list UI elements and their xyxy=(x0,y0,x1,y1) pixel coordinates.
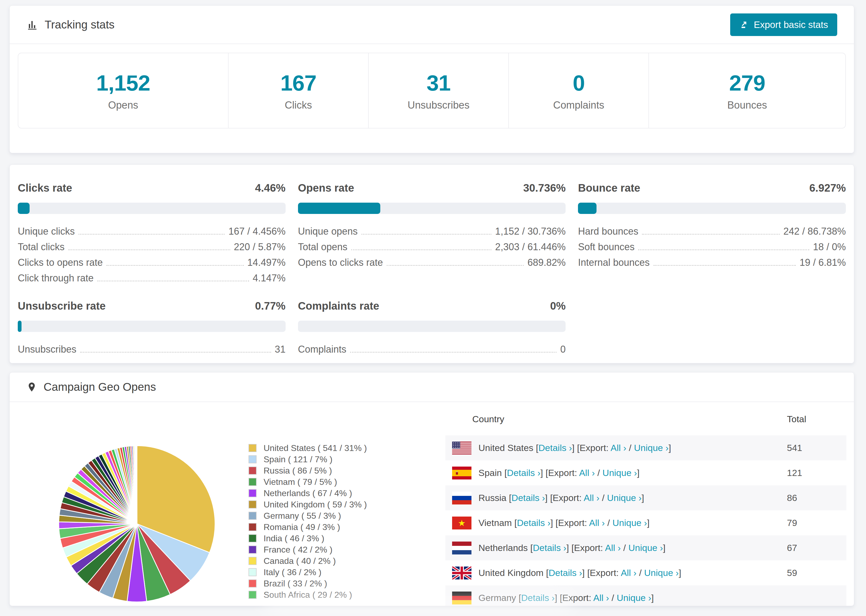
legend-color-swatch xyxy=(249,512,257,520)
legend-label: Germany ( 55 / 3% ) xyxy=(264,511,341,521)
legend-color-swatch xyxy=(249,444,257,452)
tracking-stats-title: Tracking stats xyxy=(26,18,115,31)
progress-fill xyxy=(18,203,30,214)
dotted-leader xyxy=(107,265,243,266)
rate-row-label: Opens to clicks rate xyxy=(298,257,383,268)
legend-color-swatch xyxy=(249,467,257,475)
stats-summary-strip: 1,152Opens167Clicks31Unsubscribes0Compla… xyxy=(18,53,846,129)
rate-rows: Unique clicks167 / 4.456%Total clicks220… xyxy=(18,222,286,284)
export-all-link[interactable]: All › xyxy=(621,567,636,578)
legend-label: South Africa ( 29 / 2% ) xyxy=(264,590,352,600)
rate-value: 4.46% xyxy=(255,182,285,194)
details-link[interactable]: Details › xyxy=(507,468,540,478)
dotted-leader xyxy=(350,352,557,353)
geo-table: Country Total United States [Details ›] … xyxy=(446,402,846,606)
rate-row-value: 689.82% xyxy=(527,257,565,268)
export-all-link[interactable]: All › xyxy=(579,468,595,478)
details-link[interactable]: Details › xyxy=(512,493,545,503)
export-unique-link[interactable]: Unique › xyxy=(602,468,637,478)
details-link[interactable]: Details › xyxy=(517,518,551,528)
geo-row-text: Spain [Details ›] [Export: All › / Uniqu… xyxy=(479,468,639,478)
export-basic-stats-button[interactable]: Export basic stats xyxy=(730,13,837,36)
rate-title: Clicks rate xyxy=(18,182,72,194)
geo-header: Campaign Geo Opens xyxy=(10,372,854,402)
details-link[interactable]: Details › xyxy=(533,543,567,553)
export-all-link[interactable]: All › xyxy=(593,592,609,603)
geo-row-united-kingdom: United Kingdom [Details ›] [Export: All … xyxy=(446,560,846,585)
rate-row-unsubscribes: Unsubscribes31 xyxy=(18,339,286,355)
rate-title: Bounce rate xyxy=(578,182,640,194)
rate-title: Opens rate xyxy=(298,182,354,194)
export-all-link[interactable]: All › xyxy=(611,443,627,453)
rates-grid: Clicks rate4.46%Unique clicks167 / 4.456… xyxy=(10,165,854,355)
stat-label: Clicks xyxy=(285,99,312,111)
complaints-rate-block: Complaints rate0%Complaints0 xyxy=(298,300,566,355)
dotted-leader xyxy=(351,250,491,250)
legend-item-italy: Italy ( 36 / 2% ) xyxy=(249,567,367,578)
rate-header: Complaints rate0% xyxy=(298,300,566,312)
export-unique-link[interactable]: Unique › xyxy=(607,493,642,503)
legend-color-swatch xyxy=(249,478,257,486)
rate-row-value: 220 / 5.87% xyxy=(234,241,286,253)
legend-item-united-kingdom: United Kingdom ( 59 / 3% ) xyxy=(249,499,367,510)
rate-row-label: Unique opens xyxy=(298,226,358,237)
legend-item-india: India ( 46 / 3% ) xyxy=(249,533,367,544)
export-unique-link[interactable]: Unique › xyxy=(617,592,651,603)
legend-label: Italy ( 36 / 2% ) xyxy=(264,567,321,577)
rate-row-internal-bounces: Internal bounces19 / 6.81% xyxy=(578,253,846,268)
geo-title-wrap: Campaign Geo Opens xyxy=(26,380,156,393)
rate-row-soft-bounces: Soft bounces18 / 0% xyxy=(578,237,846,253)
legend-label: India ( 46 / 3% ) xyxy=(264,533,324,544)
legend-label: Vietnam ( 79 / 5% ) xyxy=(264,477,337,487)
legend-item-netherlands: Netherlands ( 67 / 4% ) xyxy=(249,487,367,499)
rate-row-label: Total opens xyxy=(298,241,348,253)
rate-row-value: 18 / 0% xyxy=(813,241,846,253)
export-unique-link[interactable]: Unique › xyxy=(628,543,663,553)
geo-pie-chart xyxy=(54,440,220,606)
rate-row-value: 242 / 86.738% xyxy=(783,226,846,237)
legend-color-swatch xyxy=(249,455,257,464)
legend-label: Netherlands ( 67 / 4% ) xyxy=(264,488,352,498)
dotted-leader xyxy=(98,281,249,281)
rate-value: 0.77% xyxy=(255,300,285,312)
rate-row-value: 2,303 / 61.446% xyxy=(495,241,565,253)
geo-row-text: Netherlands [Details ›] [Export: All › /… xyxy=(479,543,665,553)
geo-row-netherlands: Netherlands [Details ›] [Export: All › /… xyxy=(446,535,846,560)
details-link[interactable]: Details › xyxy=(521,592,555,603)
details-link[interactable]: Details › xyxy=(538,443,572,453)
geo-table-header: Country Total xyxy=(446,402,846,435)
legend-label: United Kingdom ( 59 / 3% ) xyxy=(264,500,367,509)
legend-color-swatch xyxy=(249,591,257,599)
stat-value: 1,152 xyxy=(96,71,150,96)
details-link[interactable]: Details › xyxy=(549,567,582,578)
stat-label: Opens xyxy=(108,99,138,111)
export-all-link[interactable]: All › xyxy=(605,543,621,553)
rate-row-label: Clicks to opens rate xyxy=(18,257,103,268)
legend-label: United States ( 541 / 31% ) xyxy=(264,443,367,453)
rate-rows: Unsubscribes31 xyxy=(18,339,286,355)
geo-row-russia: Russia [Details ›] [Export: All › / Uniq… xyxy=(446,486,846,511)
export-all-link[interactable]: All › xyxy=(584,493,600,503)
progress-bar xyxy=(18,321,286,332)
rate-rows: Complaints0 xyxy=(298,339,566,355)
flag-ru-icon xyxy=(452,492,471,504)
geo-row-spain: Spain [Details ›] [Export: All › / Uniqu… xyxy=(446,460,846,486)
export-unique-link[interactable]: Unique › xyxy=(634,443,669,453)
rate-header: Opens rate30.736% xyxy=(298,182,566,194)
dotted-leader xyxy=(638,250,809,250)
legend-item-south-africa: South Africa ( 29 / 2% ) xyxy=(249,589,367,600)
progress-fill xyxy=(18,321,22,332)
flag-gb-icon xyxy=(452,567,471,580)
legend-item-brazil: Brazil ( 33 / 2% ) xyxy=(249,578,367,589)
export-all-link[interactable]: All › xyxy=(589,518,605,528)
dotted-leader xyxy=(653,265,796,266)
export-unique-link[interactable]: Unique › xyxy=(644,567,679,578)
rate-row-value: 14.497% xyxy=(247,257,286,268)
rate-header: Clicks rate4.46% xyxy=(18,182,286,194)
flag-nl-icon xyxy=(452,542,471,555)
rate-row-value: 4.147% xyxy=(253,272,286,284)
legend-item-canada: Canada ( 40 / 2% ) xyxy=(249,555,367,567)
geo-row-united-states: United States [Details ›] [Export: All ›… xyxy=(446,435,846,460)
rate-row-value: 19 / 6.81% xyxy=(800,257,846,268)
export-unique-link[interactable]: Unique › xyxy=(612,518,647,528)
